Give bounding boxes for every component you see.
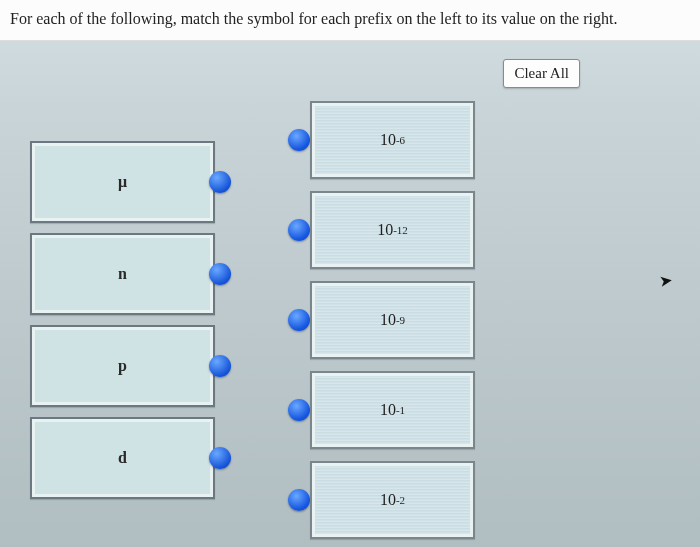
value-slot-wrap: 10-1 bbox=[310, 371, 475, 449]
connector-peg-icon[interactable] bbox=[209, 355, 231, 377]
connector-peg-icon[interactable] bbox=[209, 263, 231, 285]
value-slot[interactable]: 10-9 bbox=[310, 281, 475, 359]
value-base: 10 bbox=[380, 311, 396, 329]
connector-socket-icon[interactable] bbox=[288, 219, 310, 241]
prefix-tile[interactable]: d bbox=[30, 417, 215, 499]
matching-stage: Clear All μ n p d 10-6 10-12 bbox=[0, 41, 700, 541]
connector-peg-icon[interactable] bbox=[209, 447, 231, 469]
connector-socket-icon[interactable] bbox=[288, 309, 310, 331]
instruction-text: For each of the following, match the sym… bbox=[0, 0, 700, 41]
prefix-tile[interactable]: p bbox=[30, 325, 215, 407]
value-base: 10 bbox=[380, 491, 396, 509]
prefix-tile[interactable]: μ bbox=[30, 141, 215, 223]
prefix-column: μ n p d bbox=[30, 141, 215, 509]
prefix-label: n bbox=[118, 265, 127, 283]
connector-socket-icon[interactable] bbox=[288, 399, 310, 421]
value-slot[interactable]: 10-2 bbox=[310, 461, 475, 539]
value-slot-wrap: 10-2 bbox=[310, 461, 475, 539]
value-slot[interactable]: 10-6 bbox=[310, 101, 475, 179]
value-column: 10-6 10-12 10-9 10-1 10-2 bbox=[310, 101, 475, 547]
prefix-label: μ bbox=[118, 173, 127, 191]
clear-all-button[interactable]: Clear All bbox=[503, 59, 580, 88]
value-slot-wrap: 10-12 bbox=[310, 191, 475, 269]
cursor-icon: ➤ bbox=[658, 270, 674, 291]
connector-socket-icon[interactable] bbox=[288, 129, 310, 151]
value-slot[interactable]: 10-12 bbox=[310, 191, 475, 269]
value-slot-wrap: 10-9 bbox=[310, 281, 475, 359]
connector-peg-icon[interactable] bbox=[209, 171, 231, 193]
prefix-label: p bbox=[118, 357, 127, 375]
prefix-tile[interactable]: n bbox=[30, 233, 215, 315]
value-slot-wrap: 10-6 bbox=[310, 101, 475, 179]
value-base: 10 bbox=[377, 221, 393, 239]
value-base: 10 bbox=[380, 401, 396, 419]
prefix-label: d bbox=[118, 449, 127, 467]
connector-socket-icon[interactable] bbox=[288, 489, 310, 511]
value-base: 10 bbox=[380, 131, 396, 149]
value-slot[interactable]: 10-1 bbox=[310, 371, 475, 449]
